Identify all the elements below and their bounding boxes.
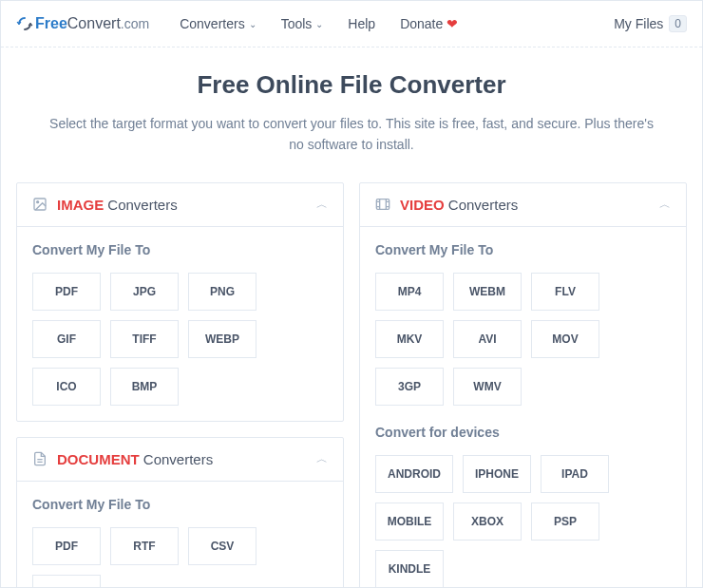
nav-tools[interactable]: Tools ⌄ <box>272 10 333 37</box>
video-icon <box>375 197 390 212</box>
format-png[interactable]: PNG <box>188 273 256 311</box>
document-category: DOCUMENT <box>57 451 140 467</box>
nav-help[interactable]: Help <box>338 10 385 37</box>
device-psp[interactable]: PSP <box>531 503 599 541</box>
device-xbox[interactable]: XBOX <box>453 503 522 541</box>
format-webm[interactable]: WEBM <box>453 273 522 311</box>
nav-converters[interactable]: Converters ⌄ <box>170 10 265 37</box>
format-mov[interactable]: MOV <box>531 320 599 358</box>
format-word[interactable]: WORD <box>32 575 101 588</box>
format-webp[interactable]: WEBP <box>188 320 256 358</box>
converters-suffix: Converters <box>445 197 519 213</box>
format-pdf[interactable]: PDF <box>32 273 101 311</box>
image-card: IMAGE Converters ︿ Convert My File To PD… <box>16 182 344 422</box>
convert-devices-label: Convert for devices <box>375 425 671 440</box>
device-kindle[interactable]: KINDLE <box>375 550 444 588</box>
left-column: IMAGE Converters ︿ Convert My File To PD… <box>16 182 344 588</box>
nav-tools-label: Tools <box>281 16 313 31</box>
nav-myfiles[interactable]: My Files 0 <box>614 15 687 32</box>
device-ipad[interactable]: IPAD <box>541 455 609 493</box>
image-card-header[interactable]: IMAGE Converters ︿ <box>17 183 343 227</box>
navbar: FreeConvert.com Converters ⌄ Tools ⌄ Hel… <box>1 1 702 47</box>
device-android[interactable]: ANDROID <box>375 455 453 493</box>
video-card: VIDEO Converters ︿ Convert My File To MP… <box>359 182 687 588</box>
image-category: IMAGE <box>57 197 104 213</box>
video-category: VIDEO <box>400 197 445 213</box>
device-mobile[interactable]: MOBILE <box>375 503 444 541</box>
svg-rect-4 <box>376 199 389 210</box>
document-card-header[interactable]: DOCUMENT Converters ︿ <box>17 438 343 482</box>
page-title: Free Online File Converter <box>48 70 655 100</box>
logo-text-convert: Convert <box>67 15 121 31</box>
chevron-up-icon: ︿ <box>659 197 671 213</box>
format-wmv[interactable]: WMV <box>453 368 522 406</box>
format-ico[interactable]: ICO <box>32 368 101 406</box>
file-count-badge: 0 <box>669 15 687 32</box>
nav-items: Converters ⌄ Tools ⌄ Help Donate ❤ <box>170 10 467 37</box>
right-column: VIDEO Converters ︿ Convert My File To MP… <box>359 182 687 588</box>
convert-to-label: Convert My File To <box>32 497 328 512</box>
format-gif[interactable]: GIF <box>32 320 101 358</box>
logo-text-com: .com <box>121 16 149 31</box>
logo-text-free: Free <box>35 15 67 31</box>
format-csv[interactable]: CSV <box>188 527 256 565</box>
document-card: DOCUMENT Converters ︿ Convert My File To… <box>16 437 344 588</box>
format-tiff[interactable]: TIFF <box>110 320 179 358</box>
video-card-header[interactable]: VIDEO Converters ︿ <box>360 183 686 227</box>
nav-donate-label: Donate <box>400 16 443 31</box>
format-pdf[interactable]: PDF <box>32 527 101 565</box>
converters-suffix: Converters <box>140 451 214 467</box>
convert-to-label: Convert My File To <box>32 242 328 257</box>
svg-point-1 <box>37 201 39 203</box>
image-icon <box>32 197 48 212</box>
chevron-up-icon: ︿ <box>316 197 328 213</box>
page-subtitle: Select the target format you want to con… <box>48 113 655 156</box>
format-bmp[interactable]: BMP <box>110 368 179 406</box>
format-mkv[interactable]: MKV <box>375 320 444 358</box>
document-icon <box>32 451 48 466</box>
hero: Free Online File Converter Select the ta… <box>1 47 702 182</box>
nav-help-label: Help <box>348 16 375 31</box>
chevron-up-icon: ︿ <box>316 451 328 467</box>
heart-icon: ❤ <box>446 16 458 31</box>
format-3gp[interactable]: 3GP <box>375 368 444 406</box>
logo-icon <box>16 15 33 32</box>
chevron-down-icon: ⌄ <box>249 19 256 29</box>
document-formats: PDF RTF CSV WORD <box>32 527 328 588</box>
format-mp4[interactable]: MP4 <box>375 273 444 311</box>
nav-myfiles-label: My Files <box>614 16 663 31</box>
format-jpg[interactable]: JPG <box>110 273 179 311</box>
document-card-body: Convert My File To PDF RTF CSV WORD <box>17 482 343 588</box>
nav-donate[interactable]: Donate ❤ <box>390 10 467 37</box>
video-card-body: Convert My File To MP4 WEBM FLV MKV AVI … <box>360 227 686 588</box>
device-iphone[interactable]: IPHONE <box>463 455 531 493</box>
format-flv[interactable]: FLV <box>531 273 599 311</box>
chevron-down-icon: ⌄ <box>315 19 323 29</box>
cards-container: IMAGE Converters ︿ Convert My File To PD… <box>1 182 702 588</box>
format-rtf[interactable]: RTF <box>110 527 179 565</box>
video-devices: ANDROID IPHONE IPAD MOBILE XBOX PSP KIND… <box>375 455 671 588</box>
convert-to-label: Convert My File To <box>375 242 671 257</box>
image-formats: PDF JPG PNG GIF TIFF WEBP ICO BMP <box>32 273 328 406</box>
converters-suffix: Converters <box>104 197 178 213</box>
logo[interactable]: FreeConvert.com <box>16 15 149 32</box>
nav-converters-label: Converters <box>180 16 244 31</box>
image-card-body: Convert My File To PDF JPG PNG GIF TIFF … <box>17 227 343 421</box>
format-avi[interactable]: AVI <box>453 320 522 358</box>
video-formats: MP4 WEBM FLV MKV AVI MOV 3GP WMV <box>375 273 671 406</box>
